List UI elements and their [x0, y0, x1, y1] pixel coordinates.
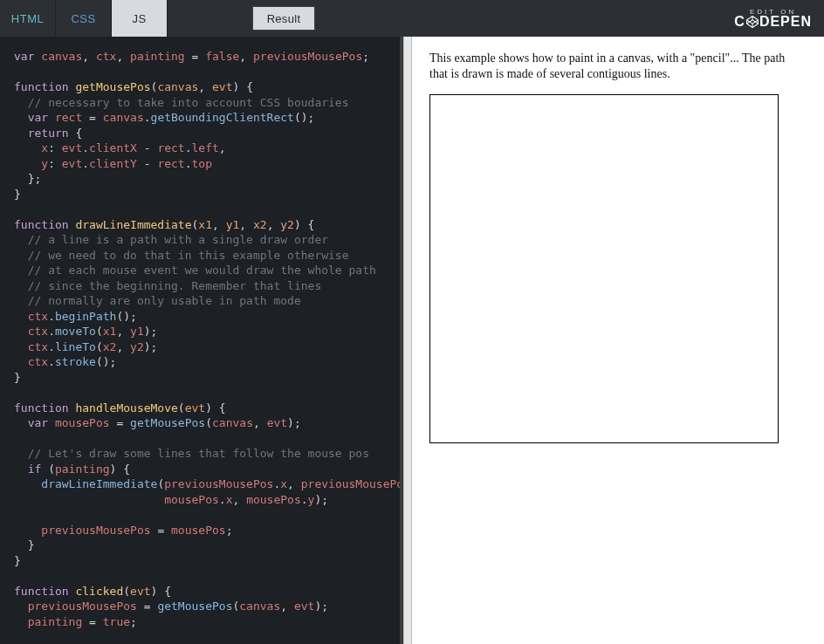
code-editor[interactable]: var canvas, ctx, painting = false, previ… — [0, 37, 403, 644]
logo-text-left: C — [734, 14, 745, 30]
codepen-brand[interactable]: EDIT ON C DEPEN — [734, 0, 824, 37]
tab-css[interactable]: CSS — [56, 0, 112, 37]
topbar: HTML CSS JS Result EDIT ON C DEPEN — [0, 0, 824, 37]
logo-text-right: DEPEN — [759, 14, 812, 30]
result-button[interactable]: Result — [252, 6, 316, 31]
main-split: var canvas, ctx, painting = false, previ… — [0, 37, 824, 644]
topbar-spacer-2 — [661, 0, 735, 37]
editor-tabs: HTML CSS JS — [0, 0, 168, 37]
tab-js[interactable]: JS — [112, 0, 168, 37]
split-handle[interactable] — [403, 37, 412, 644]
result-description: This example shows how to paint in a can… — [429, 51, 796, 82]
result-pane: This example shows how to paint in a can… — [412, 37, 824, 644]
cube-icon — [746, 16, 759, 28]
codepen-logo: C DEPEN — [734, 14, 812, 30]
tab-html[interactable]: HTML — [0, 0, 56, 37]
topbar-spacer — [168, 0, 242, 37]
drawing-canvas[interactable] — [429, 94, 779, 443]
result-button-wrap: Result — [242, 0, 661, 37]
